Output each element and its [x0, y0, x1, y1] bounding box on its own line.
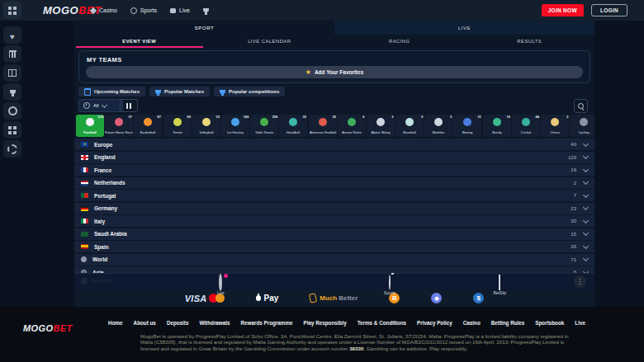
- country-row[interactable]: Spain 26: [74, 241, 594, 252]
- live-icon: [170, 8, 176, 13]
- country-row[interactable]: Italy 30: [74, 215, 594, 227]
- sport-tile[interactable]: 69 Tennis: [163, 115, 192, 137]
- sport-icon: [463, 118, 471, 126]
- footer-link[interactable]: Privacy Policy: [417, 320, 452, 326]
- sport-tile[interactable]: 32 Handball: [279, 115, 307, 137]
- sport-tile[interactable]: 6 Aussie Rules: [338, 115, 366, 137]
- primary-tab[interactable]: SPORT: [74, 21, 334, 35]
- login-button[interactable]: LOGIN: [591, 4, 627, 16]
- country-row[interactable]: Europe 40: [74, 139, 594, 150]
- tournaments-trophy-icon: [203, 8, 209, 12]
- columns-icon: [126, 103, 128, 109]
- country-row[interactable]: Germany 23: [74, 203, 594, 214]
- footer-link[interactable]: Sportsbook: [535, 320, 564, 326]
- sport-tile[interactable]: 44 Cricket: [512, 115, 540, 137]
- secondary-tab[interactable]: LIVE CALENDAR: [205, 35, 335, 48]
- sport-tile[interactable]: 5 Biathlon: [424, 115, 452, 137]
- sport-tile[interactable]: 10 Bandy: [483, 115, 511, 137]
- country-row[interactable]: England 129: [74, 152, 594, 163]
- footer-link[interactable]: Home: [108, 320, 123, 326]
- sport-tile[interactable]: 2 Chess: [541, 115, 569, 137]
- more-options-button[interactable]: [574, 275, 586, 288]
- sidebar-item[interactable]: [3, 140, 21, 157]
- secondary-tab[interactable]: RACING: [334, 35, 465, 48]
- filter-chip[interactable]: Popular competitions: [214, 87, 285, 96]
- sport-tile[interactable]: 629 Football: [76, 115, 104, 137]
- sport-tile[interactable]: 31 Boxing: [453, 115, 481, 137]
- footer-link[interactable]: Play Responsibly: [304, 320, 347, 326]
- chevron-down-icon: [583, 230, 589, 236]
- country-row[interactable]: World 71: [74, 254, 594, 266]
- star-icon: ★: [305, 69, 311, 76]
- footer-link[interactable]: Live: [575, 320, 585, 326]
- layout-columns-button[interactable]: [120, 99, 138, 112]
- sport-tile[interactable]: 3 Alpine Skiing: [367, 115, 395, 137]
- footer-link[interactable]: Deposits: [167, 320, 189, 326]
- bottom-nav-item[interactable]: Sports: [376, 275, 404, 299]
- sport-tile[interactable]: 256 Table Tennis: [250, 115, 278, 137]
- sport-tile[interactable]: 3 Cycling: [570, 115, 594, 137]
- sport-icon: [434, 118, 443, 126]
- bank-icon: [9, 50, 17, 58]
- kebab-menu-icon: [580, 279, 581, 280]
- country-row[interactable]: Saudi Arabia 15: [74, 228, 594, 240]
- bottom-nav-item[interactable]: Live: [206, 275, 234, 299]
- bottom-nav-item[interactable]: BetSlip: [485, 275, 514, 299]
- legal-text: MogoBet is operated by ProgressPlay Limi…: [140, 333, 571, 351]
- top-nav-item[interactable]: [203, 8, 212, 12]
- ethereum-logo: ◆: [431, 293, 442, 303]
- usd-coin-logo: $: [473, 293, 484, 303]
- chevron-down-icon: [583, 217, 589, 223]
- footer-link[interactable]: Casino: [463, 320, 481, 326]
- clock-icon: [83, 102, 90, 109]
- country-name: Saudi Arabia: [94, 231, 127, 237]
- sport-count-badge: 87: [158, 115, 161, 119]
- sport-tile[interactable]: 37 Future Horse Racing: [105, 115, 133, 137]
- footer-link[interactable]: Rewards Programme: [241, 320, 293, 326]
- sport-tile[interactable]: 30 American Football: [309, 115, 337, 137]
- footer-links: Home About us Deposits Withdrawals Rewar…: [124, 320, 570, 326]
- footer-link[interactable]: Terms & Conditions: [358, 320, 406, 326]
- sport-count-badge: 2: [566, 115, 568, 119]
- sport-label: Handball: [279, 130, 307, 134]
- sidebar-item[interactable]: [3, 102, 21, 120]
- sidebar-item[interactable]: [3, 45, 21, 63]
- footer-link[interactable]: Withdrawals: [199, 320, 230, 326]
- sidebar-item[interactable]: [3, 64, 21, 82]
- top-nav-item[interactable]: Sports: [130, 7, 157, 14]
- filter-chip[interactable]: Popular Matches: [149, 87, 210, 96]
- sport-tile[interactable]: 33 Volleyball: [192, 115, 220, 137]
- quick-filter-chips: Upcoming Matches Popular Matches Popular…: [78, 87, 285, 96]
- sport-icon: [231, 118, 239, 126]
- sport-tile[interactable]: 87 Basketball: [134, 115, 162, 137]
- country-event-count: 40: [571, 142, 576, 147]
- secondary-tab[interactable]: EVENT VIEW: [74, 35, 205, 48]
- footer-brand-logo[interactable]: MOGOBET: [23, 323, 73, 333]
- country-flag-icon: [81, 244, 88, 249]
- add-favorites-button[interactable]: ★ Add Your Favorites: [86, 66, 583, 78]
- top-nav-item[interactable]: Casino: [91, 7, 117, 13]
- footer-link[interactable]: Betting Rules: [491, 320, 525, 326]
- time-filter-dropdown[interactable]: All: [78, 99, 123, 112]
- country-event-count: 19: [571, 167, 576, 172]
- sidebar-item[interactable]: [3, 121, 21, 139]
- filter-chip[interactable]: Upcoming Matches: [78, 87, 145, 96]
- country-row[interactable]: France 19: [74, 164, 594, 176]
- sport-count-badge: 166: [243, 115, 249, 119]
- country-row[interactable]: Portugal 7: [74, 190, 594, 201]
- sidebar-item[interactable]: [3, 83, 21, 101]
- country-row[interactable]: Netherlands 2: [74, 177, 594, 189]
- footer-link[interactable]: About us: [134, 320, 156, 326]
- sidebar-item[interactable]: [3, 26, 21, 44]
- search-button[interactable]: [574, 99, 588, 113]
- sport-tile[interactable]: 5 Baseball: [395, 115, 424, 137]
- secondary-tab[interactable]: RESULTS: [465, 35, 595, 48]
- sidebar-toggle-button[interactable]: [3, 2, 21, 19]
- nav-label: Live: [179, 7, 190, 13]
- country-row[interactable]: Asia 6: [74, 266, 594, 273]
- sport-label: Chess: [541, 130, 569, 134]
- top-nav-item[interactable]: Live: [170, 7, 190, 13]
- primary-tab[interactable]: LIVE: [334, 21, 594, 35]
- join-now-button[interactable]: JOIN NOW: [542, 4, 584, 16]
- sport-tile[interactable]: 166 Ice Hockey: [221, 115, 249, 137]
